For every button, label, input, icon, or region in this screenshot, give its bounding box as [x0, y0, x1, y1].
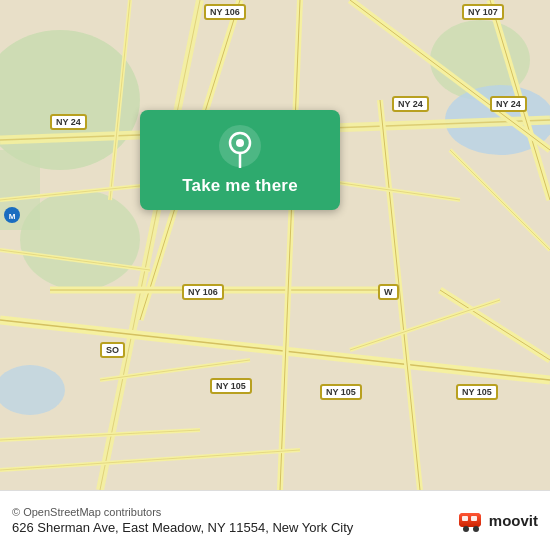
bottom-bar: © OpenStreetMap contributors 626 Sherman…: [0, 490, 550, 550]
take-me-there-label: Take me there: [182, 176, 298, 196]
address-text: 626 Sherman Ave, East Meadow, NY 11554, …: [12, 520, 449, 535]
road-badge-ny105-right: NY 105: [456, 384, 498, 400]
location-pin-icon: [218, 124, 262, 168]
svg-text:M: M: [9, 212, 16, 221]
road-badge-ny107: NY 107: [462, 4, 504, 20]
road-badge-ny105-left: NY 105: [210, 378, 252, 394]
svg-rect-56: [462, 516, 468, 521]
svg-rect-57: [471, 516, 477, 521]
road-badge-ny105-mid: NY 105: [320, 384, 362, 400]
take-me-there-button[interactable]: Take me there: [140, 110, 340, 210]
road-badge-ny24-left: NY 24: [50, 114, 87, 130]
svg-point-51: [236, 139, 244, 147]
svg-point-55: [473, 526, 479, 532]
copyright-text: © OpenStreetMap contributors: [12, 506, 449, 518]
road-badge-ny24-far-right: NY 24: [490, 96, 527, 112]
svg-point-54: [463, 526, 469, 532]
map-container: M NY 106 NY 107 NY 24 NY 24 NY 24 NY 106…: [0, 0, 550, 490]
road-badge-ny106-mid: NY 106: [182, 284, 224, 300]
moovit-brand-icon: [457, 507, 485, 535]
road-badge-w: W: [378, 284, 399, 300]
road-badge-so: SO: [100, 342, 125, 358]
road-badge-ny106-top: NY 106: [204, 4, 246, 20]
road-badge-ny24-right: NY 24: [392, 96, 429, 112]
moovit-logo: moovit: [457, 507, 538, 535]
moovit-label-text: moovit: [489, 512, 538, 529]
